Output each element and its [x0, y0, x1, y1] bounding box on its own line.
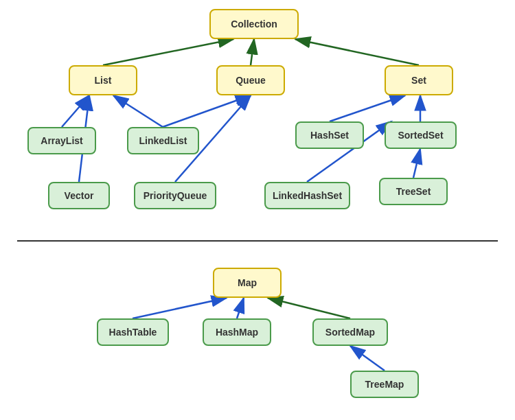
svg-line-4: [251, 39, 254, 65]
node-arraylist: ArrayList: [27, 127, 96, 154]
node-map: Map: [213, 268, 282, 298]
node-vector: Vector: [48, 182, 110, 209]
svg-line-5: [295, 39, 419, 65]
node-treemap: TreeMap: [350, 371, 419, 398]
node-linkedhashset: LinkedHashSet: [264, 182, 350, 209]
svg-line-6: [62, 95, 89, 127]
node-priorityqueue: PriorityQueue: [134, 182, 216, 209]
node-hashmap: HashMap: [203, 318, 271, 346]
svg-line-16: [133, 298, 227, 318]
node-collection: Collection: [209, 9, 299, 39]
node-list: List: [69, 65, 137, 95]
svg-line-18: [350, 346, 385, 371]
node-hashtable: HashTable: [97, 318, 169, 346]
svg-line-14: [413, 149, 420, 178]
node-sortedset: SortedSet: [385, 121, 457, 149]
node-sortedmap: SortedMap: [312, 318, 388, 346]
svg-line-10: [163, 95, 251, 127]
node-queue: Queue: [216, 65, 285, 95]
svg-line-3: [103, 39, 233, 65]
diagram: CollectionListQueueSetArrayListLinkedLis…: [0, 0, 515, 420]
section-divider: [17, 240, 498, 242]
node-set: Set: [385, 65, 453, 95]
node-treeset: TreeSet: [379, 178, 448, 205]
svg-line-7: [113, 95, 163, 127]
svg-line-17: [268, 298, 350, 318]
svg-line-15: [237, 298, 244, 318]
node-hashset: HashSet: [295, 121, 364, 149]
node-linkedlist: LinkedList: [127, 127, 199, 154]
svg-line-11: [330, 95, 405, 121]
arrows-svg: [0, 0, 515, 420]
